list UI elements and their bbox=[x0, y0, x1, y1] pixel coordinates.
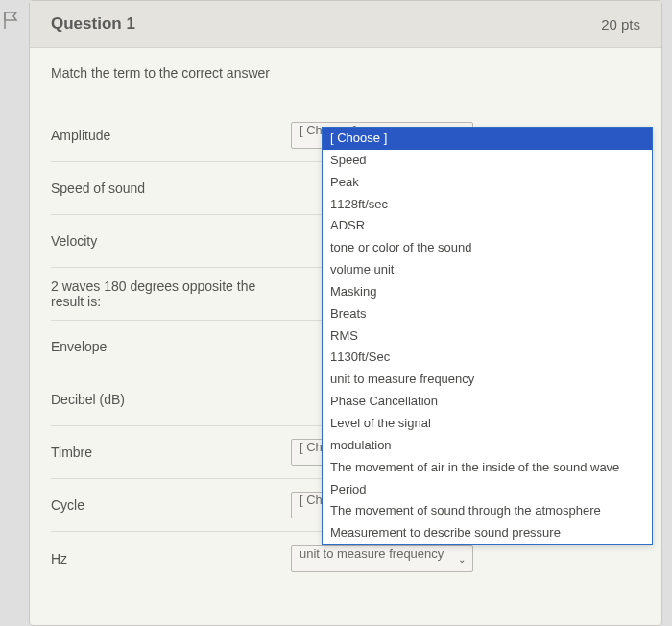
term-label: Envelope bbox=[51, 339, 291, 354]
flag-icon[interactable] bbox=[3, 11, 20, 30]
dropdown-option[interactable]: Breats bbox=[323, 303, 652, 325]
term-label: Hz bbox=[51, 551, 291, 566]
dropdown-option[interactable]: 1130ft/Sec bbox=[323, 347, 652, 369]
term-label: 2 waves 180 degrees opposite the result … bbox=[51, 278, 291, 309]
term-label: Timbre bbox=[51, 445, 291, 460]
dropdown-option[interactable]: The movement of air in the inside of the… bbox=[323, 457, 652, 479]
dropdown-option[interactable]: Masking bbox=[323, 281, 652, 303]
dropdown-option[interactable]: volume unit bbox=[323, 259, 652, 281]
dropdown-option[interactable]: tone or color of the sound bbox=[323, 237, 652, 259]
dropdown-option[interactable]: modulation bbox=[323, 435, 652, 457]
term-label: Decibel (dB) bbox=[51, 392, 291, 407]
dropdown-option[interactable]: Phase Cancellation bbox=[323, 391, 652, 413]
dropdown-option[interactable]: 1128ft/sec bbox=[323, 194, 652, 216]
choose-select-hz[interactable]: unit to measure frequency bbox=[291, 545, 473, 572]
question-points: 20 pts bbox=[601, 16, 640, 33]
dropdown-option[interactable]: [ Choose ] bbox=[323, 128, 652, 150]
instruction-text: Match the term to the correct answer bbox=[51, 65, 640, 81]
dropdown-option[interactable]: Speed bbox=[323, 150, 652, 172]
question-card: Question 1 20 pts Match the term to the … bbox=[29, 0, 662, 626]
select-wrap: unit to measure frequency ⌄ bbox=[291, 545, 473, 572]
dropdown-option[interactable]: The movement of sound through the atmosp… bbox=[323, 500, 652, 522]
page: Question 1 20 pts Match the term to the … bbox=[0, 0, 672, 626]
question-title: Question 1 bbox=[51, 14, 135, 34]
dropdown-option[interactable]: ADSR bbox=[323, 215, 652, 237]
dropdown-option[interactable]: unit to measure frequency bbox=[323, 369, 652, 391]
question-header: Question 1 20 pts bbox=[30, 1, 661, 48]
dropdown-option[interactable]: Measurement to describe sound pressure bbox=[323, 522, 652, 544]
term-label: Velocity bbox=[51, 233, 291, 249]
term-label: Cycle bbox=[51, 497, 291, 513]
dropdown-option[interactable]: Peak bbox=[323, 172, 652, 194]
dropdown-listbox[interactable]: [ Choose ] Speed Peak 1128ft/sec ADSR to… bbox=[322, 127, 653, 545]
term-label: Speed of sound bbox=[51, 181, 291, 196]
dropdown-option[interactable]: Period bbox=[323, 479, 652, 501]
term-label: Amplitude bbox=[51, 128, 291, 143]
dropdown-option[interactable]: Level of the signal bbox=[323, 413, 652, 435]
dropdown-option[interactable]: RMS bbox=[323, 325, 652, 348]
